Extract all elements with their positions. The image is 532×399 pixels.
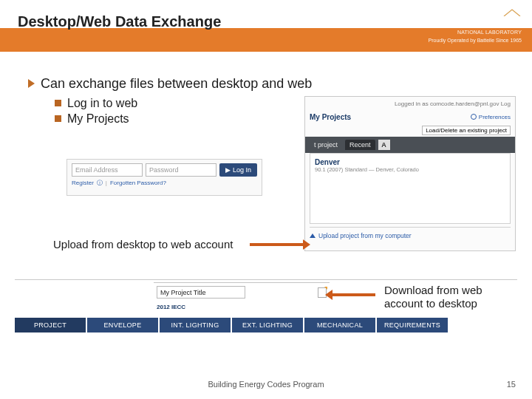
login-mock: Email Address Password ▶ Log In Register…	[66, 159, 262, 196]
standard-label: 2012 IECC	[157, 304, 330, 310]
square-marker-icon	[55, 100, 61, 106]
login-button[interactable]: ▶ Log In	[219, 163, 257, 177]
project-detail: 90.1 (2007) Standard — Denver, Colorado	[315, 166, 505, 173]
load-delete-button[interactable]: Load/Delete an existing project	[422, 126, 511, 135]
my-projects-label: My Projects	[310, 113, 351, 121]
project-title-input[interactable]: My Project Title	[157, 286, 245, 299]
logged-in-text: Logged in as comcode.harden@pnl.gov Log	[305, 97, 515, 110]
login-button-label: Log In	[233, 166, 251, 174]
tab-requirements[interactable]: REQUIREMENTS	[377, 318, 448, 332]
square-marker-icon	[55, 115, 61, 122]
gear-icon	[471, 114, 477, 120]
upload-project-text: Upload project from my computer	[318, 232, 412, 239]
desktop-app-mock: My Project Title 2012 IECC	[154, 282, 330, 310]
register-link[interactable]: Register	[72, 180, 94, 186]
upload-project-link[interactable]: Upload project from my computer	[310, 232, 412, 239]
slide-header: Desktop/Web Data Exchange Pacific Northw…	[0, 0, 532, 52]
desktop-tab-strip: PROJECT ENVELOPE INT. LIGHTING EXT. LIGH…	[15, 318, 448, 332]
password-field[interactable]: Password	[146, 163, 216, 177]
projects-tab-bar: t project Recent A	[305, 137, 515, 153]
arrow-right-icon: ▶	[225, 166, 231, 174]
projects-body: Denver 90.1 (2007) Standard — Denver, Co…	[310, 153, 511, 224]
tab-project[interactable]: t project	[310, 140, 342, 150]
footer-text: Building Energy Codes Program	[0, 380, 532, 389]
projects-panel: Logged in as comcode.harden@pnl.gov Log …	[304, 96, 516, 251]
brand-tagline: Proudly Operated by Battelle Since 1965	[429, 38, 522, 43]
tab-recent[interactable]: Recent	[345, 140, 375, 150]
brand-name: Pacific Northwest	[429, 21, 522, 30]
email-field[interactable]: Email Address	[72, 163, 143, 177]
sub-bullet-2-text: My Projects	[67, 112, 129, 126]
tab-project[interactable]: PROJECT	[15, 318, 86, 332]
download-caption: Download from web account to desktop	[384, 284, 517, 310]
bullet-main-text: Can exchange files between desktop and w…	[41, 75, 312, 92]
project-city[interactable]: Denver	[315, 158, 505, 166]
divider: |	[106, 180, 107, 186]
horizontal-rule	[15, 279, 517, 280]
brand-block: Pacific Northwest NATIONAL LABORATORY Pr…	[429, 6, 522, 43]
preferences-link[interactable]: Preferences	[471, 114, 511, 120]
page-number: 15	[507, 380, 516, 389]
tab-envelope[interactable]: ENVELOPE	[87, 318, 158, 332]
slide-title: Desktop/Web Data Exchange	[18, 13, 221, 30]
arrow-marker-icon	[28, 79, 35, 88]
arrow-right-icon	[250, 243, 303, 246]
bullet-main: Can exchange files between desktop and w…	[28, 75, 517, 92]
tab-int-lighting[interactable]: INT. LIGHTING	[160, 318, 231, 332]
upload-caption: Upload from desktop to web account	[53, 238, 233, 250]
tab-ext-lighting[interactable]: EXT. LIGHTING	[232, 318, 303, 332]
brand-subtitle: NATIONAL LABORATORY	[429, 30, 522, 35]
sub-bullet-1-text: Log in to web	[67, 97, 137, 110]
preferences-text: Preferences	[479, 114, 511, 120]
brand-logo-icon	[502, 6, 522, 19]
arrow-left-icon	[332, 293, 375, 296]
tab-a[interactable]: A	[378, 140, 390, 150]
tab-mechanical[interactable]: MECHANICAL	[304, 318, 375, 332]
forgot-password-link[interactable]: Forgotten Password?	[110, 180, 166, 186]
info-icon: ⓘ	[97, 179, 103, 187]
separator	[310, 227, 511, 228]
upload-icon	[310, 233, 316, 238]
